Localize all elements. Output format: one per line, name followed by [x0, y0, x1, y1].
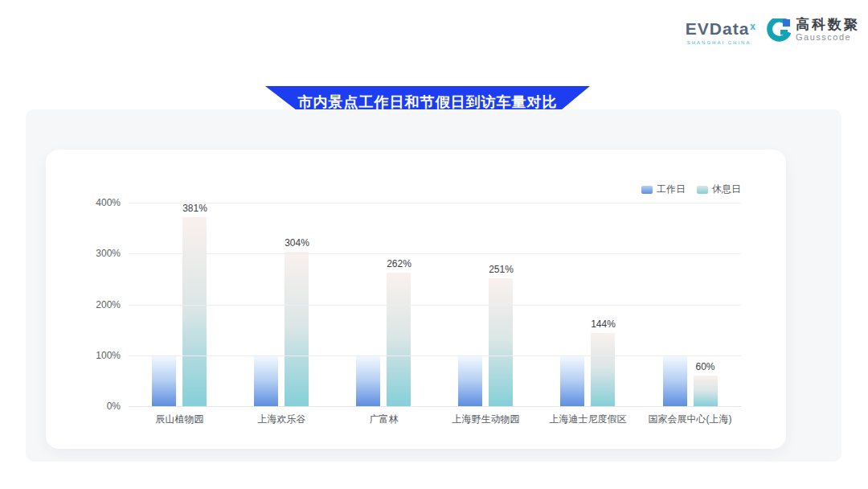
legend-swatch	[641, 186, 653, 194]
x-category-label: 广富林	[333, 413, 435, 426]
chart-legend: 工作日休息日	[641, 183, 741, 196]
x-axis-labels: 辰山植物园上海欢乐谷广富林上海野生动物园上海迪士尼度假区国家会展中心(上海)	[129, 413, 741, 426]
chart-card: 工作日休息日 381%304%262%251%144%60% 0%100%200…	[46, 150, 786, 449]
gausscode-cn: 高科数聚	[796, 18, 860, 32]
evdata-superscript: x	[750, 21, 755, 32]
legend-item-工作日[interactable]: 工作日	[641, 183, 686, 196]
x-category-label: 国家会展中心(上海)	[639, 413, 741, 426]
legend-item-休息日[interactable]: 休息日	[697, 183, 741, 196]
x-category-label: 上海野生动物园	[435, 413, 537, 426]
legend-label: 工作日	[657, 183, 686, 196]
evdata-logo: EVDatax SHANGHAI CHINA	[686, 18, 755, 45]
legend-label: 休息日	[712, 183, 741, 196]
x-category-label: 辰山植物园	[129, 413, 231, 426]
evdata-wordmark: EVData	[686, 19, 750, 38]
header-logos: EVDatax SHANGHAI CHINA 高科数聚 Gausscode	[686, 18, 860, 45]
y-tick-label: 300%	[85, 248, 121, 259]
y-tick-label: 400%	[85, 197, 121, 208]
gausscode-g-icon	[767, 18, 791, 43]
y-tick-label: 200%	[85, 299, 121, 310]
y-tick-label: 0%	[85, 401, 121, 412]
page: EVDatax SHANGHAI CHINA 高科数聚 Gausscode 市内…	[0, 0, 868, 489]
gausscode-logo: 高科数聚 Gausscode	[767, 18, 860, 43]
gausscode-text: 高科数聚 Gausscode	[796, 18, 860, 43]
gausscode-en: Gausscode	[796, 32, 860, 43]
x-axis-labels-wrap: 辰山植物园上海欢乐谷广富林上海野生动物园上海迪士尼度假区国家会展中心(上海)	[129, 203, 741, 406]
x-category-label: 上海欢乐谷	[231, 413, 333, 426]
x-category-label: 上海迪士尼度假区	[537, 413, 639, 426]
x-axis-line	[129, 406, 741, 407]
legend-swatch	[697, 186, 708, 194]
y-tick-label: 100%	[85, 350, 121, 361]
evdata-logo-text: EVDatax	[686, 21, 755, 38]
evdata-subtext: SHANGHAI CHINA	[686, 40, 751, 45]
